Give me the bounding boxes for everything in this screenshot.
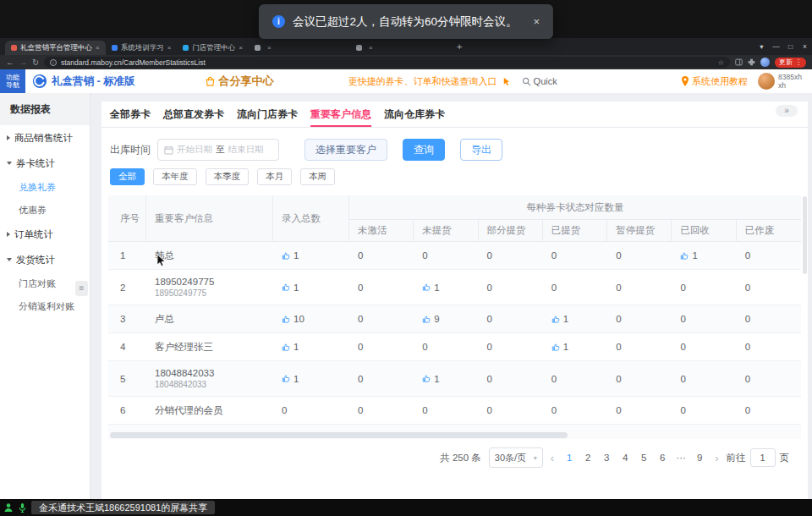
next-page-icon[interactable]: › [715,452,718,464]
customer-cell: 1804884203318048842033 [146,361,273,396]
status-cell[interactable]: 1 [672,244,736,267]
tab-close-icon[interactable]: × [239,44,243,52]
search-button[interactable]: 查询 [403,139,445,161]
browser-tab-4[interactable]: × [249,41,350,55]
sidebar-item-rebate-reconciliation[interactable]: 分销返利对账 [0,295,90,318]
meeting-toast: i 会议已超过2人，自动转为60分钟限时会议。 × [259,4,553,39]
quick-search[interactable]: Quick [522,76,557,86]
extensions-puzzle-icon[interactable] [748,58,755,66]
tab-important-customers[interactable]: 重要客户信息 [310,102,371,127]
menu-dots-icon[interactable]: ⋮ [795,58,802,66]
page-number[interactable]: 3 [599,453,614,463]
panel-collapse-icon[interactable]: » [776,105,798,117]
sidebar-collapse-handle[interactable]: ≡ [75,281,88,296]
page-number[interactable]: 4 [617,453,633,463]
status-cell: 0 [543,367,607,391]
status-cell: 0 [543,398,607,422]
back-icon[interactable]: ← [6,58,14,67]
tab-warehouse-flow-cards[interactable]: 流向仓库券卡 [384,102,445,127]
update-label: 更新 [779,58,793,67]
quick-filter-all[interactable]: 全部 [110,168,145,185]
tab-search-icon[interactable]: ▾ [754,38,769,55]
reload-icon[interactable]: ↻ [32,58,39,67]
tab-close-icon[interactable]: × [369,44,373,52]
sidebar-item-shipping-stats[interactable]: 发货统计 [0,247,90,272]
forward-icon[interactable]: → [19,58,28,67]
quick-filter-quarter[interactable]: 本季度 [206,168,250,185]
goto-page-input[interactable] [750,448,776,467]
total-cell[interactable]: 1 [273,335,349,359]
status-cell[interactable]: 1 [543,307,607,331]
share-center-link[interactable]: 合分享中心 [205,74,274,89]
status-cell[interactable]: 1 [414,367,478,391]
total-cell[interactable]: 1 [273,244,349,267]
minimize-icon[interactable]: — [769,38,783,55]
info-icon: i [272,15,285,28]
tutorial-link[interactable]: 系统使用教程 [681,75,748,88]
export-button[interactable]: 导出 [460,139,502,161]
tab-label: 礼盒营销平台管理中心 [20,43,92,53]
sidebar-item-product-sales[interactable]: 商品销售统计 [0,125,90,151]
status-cell[interactable]: 1 [414,276,478,299]
chevron-right-icon [7,135,10,140]
side-panel-icon[interactable] [735,58,743,66]
status-cell[interactable]: 1 [543,335,607,359]
page-number[interactable]: 9 [692,453,707,463]
quick-tip: 更快捷的券卡、订单和快递查询入口 [348,75,511,88]
sidebar-item-card-stats[interactable]: 券卡统计 [0,151,90,176]
sidebar-item-exchange-coupon[interactable]: 兑换礼券 [0,176,90,199]
sidebar-item-order-stats[interactable]: 订单统计 [0,222,90,247]
tab-close-icon[interactable]: × [267,44,272,52]
scrollbar-thumb[interactable] [110,432,568,438]
quick-filter-year[interactable]: 本年度 [153,168,197,185]
tab-all-cards[interactable]: 全部券卡 [110,102,151,127]
horizontal-scrollbar[interactable] [108,431,801,439]
total-cell[interactable]: 1 [273,367,349,391]
new-tab-button[interactable]: + [457,41,462,52]
browser-tab-2[interactable]: 系统培训学习 × [106,41,178,55]
address-bar[interactable]: i standard.maboy.cn/CardMemberStatistics… [44,57,730,68]
site-info-icon[interactable]: i [50,59,57,66]
page-number[interactable]: 1 [562,453,577,463]
page-number[interactable]: 2 [580,453,595,463]
quick-filter-month[interactable]: 本月 [257,168,292,185]
prev-page-icon[interactable]: ‹ [551,452,554,464]
quick-filter-week[interactable]: 本周 [300,168,335,185]
tab-close-icon[interactable]: × [96,44,100,52]
hand-link-icon [422,315,431,324]
status-cell: 0 [349,307,414,331]
tab-store-flow-cards[interactable]: 流向门店券卡 [237,102,298,127]
bookmark-star-icon[interactable]: ☆ [717,58,724,67]
browser-tab-5[interactable]: × [350,41,452,55]
browser-tab-bar: 礼盒营销平台管理中心 × 系统培训学习 × 门店管理中心 × × × + ▾ —… [0,38,812,55]
sidebar-title: 数据报表 [0,93,90,125]
tab-hq-direct-cards[interactable]: 总部直发券卡 [163,102,224,127]
close-icon[interactable]: × [798,38,812,55]
tab-close-icon[interactable]: × [167,44,172,52]
nav-toggle-button[interactable]: 功能 导航 [0,69,25,93]
date-range-input[interactable]: 开始日期 至 结束日期 [157,139,279,161]
sidebar-item-discount-coupon[interactable]: 优惠券 [0,199,90,222]
total-cell[interactable]: 10 [273,307,349,331]
status-cell: 0 [543,244,607,267]
page-number[interactable]: 6 [655,453,670,463]
browser-tab-3[interactable]: 门店管理中心 × [177,41,249,55]
vertical-scrollbar[interactable] [803,196,807,274]
page-number[interactable]: 5 [636,453,651,463]
select-customer-button[interactable]: 选择重要客户 [304,139,387,161]
page-ellipsis[interactable]: ··· [673,453,689,463]
status-cell[interactable]: 9 [414,307,478,331]
update-button[interactable]: 更新 ⋮ [775,58,806,68]
maximize-icon[interactable]: □ [783,38,798,55]
browser-profile-avatar[interactable] [760,58,770,67]
row-index: 6 [108,398,146,422]
page-size-select[interactable]: 30条/页 ▾ [489,447,543,468]
quick-tip-text: 更快捷的券卡、订单和快递查询入口 [348,75,497,88]
browser-tab-1[interactable]: 礼盒营销平台管理中心 × [5,41,106,55]
user-block[interactable]: 8385xhxh [758,73,802,90]
status-cell: 0 [479,367,543,391]
total-cell[interactable]: 1 [273,276,349,299]
share-status-text: 金禾通技术王斌18662591081的屏幕共享 [31,501,215,514]
toast-close-icon[interactable]: × [533,15,540,28]
end-date-placeholder: 结束日期 [228,144,264,156]
